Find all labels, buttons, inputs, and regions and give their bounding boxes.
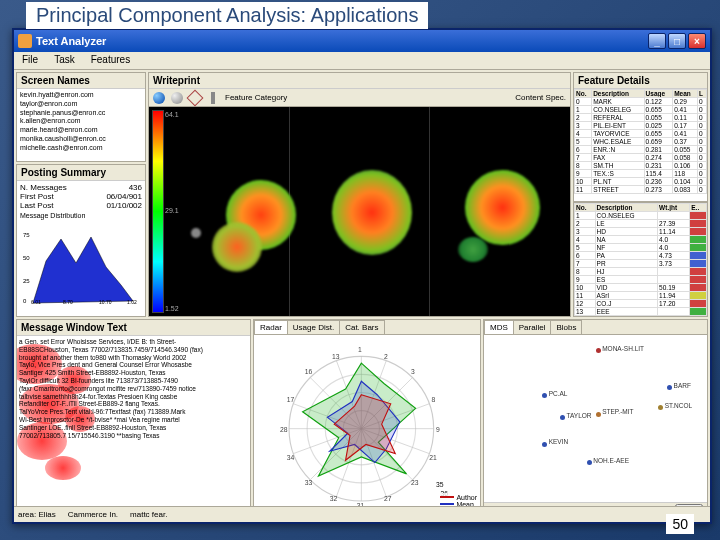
colorbar-max: 64.1 [165,111,179,118]
table-row[interactable]: 10VID50.19 [575,284,707,292]
table-row[interactable]: 6PA4.73 [575,252,707,260]
table-row[interactable]: 13EEE [575,308,707,316]
feature-category-label: Feature Category [225,93,287,102]
table-row[interactable]: 2REFERAL0.0550.110 [575,114,707,122]
list-item[interactable]: kevin.hyatt@enron.com [20,91,142,100]
svg-text:28: 28 [280,426,288,433]
svg-text:13: 13 [332,353,340,360]
menu-task[interactable]: Task [46,52,83,69]
window-titlebar: Text Analyzer _ □ × [14,30,710,52]
table-row[interactable]: 8SM.TH0.2310.1060 [575,162,707,170]
table-row[interactable]: 5NF4.0 [575,244,707,252]
mds-point[interactable] [542,393,547,398]
mds-point[interactable] [587,460,592,465]
content-area: Screen Names kevin.hyatt@enron.com taylo… [14,70,710,506]
diamond-button[interactable] [187,89,204,106]
table-row[interactable]: 4NA4.0 [575,236,707,244]
col-header[interactable]: Description [592,90,644,98]
table-row[interactable]: 11STREET0.2730.0830 [575,186,707,194]
table-row[interactable]: 9TEX.:S115.41180 [575,170,707,178]
col-header[interactable]: No. [575,204,596,212]
feature-table-2[interactable]: No.DescriptionWt.jhtE.. 1CO.NSELEG 2LE27… [574,203,707,316]
tab-mds[interactable]: MDS [484,320,514,334]
col-header[interactable]: Description [595,204,658,212]
col-header[interactable]: Wt.jht [658,204,690,212]
list-item[interactable]: monika.causholli@enron.cc [20,135,142,144]
table-row[interactable]: 5WHC.ESALE0.6590.370 [575,138,707,146]
table-row[interactable]: 3HD11.14 [575,228,707,236]
tab-blobs[interactable]: Blobs [550,320,582,334]
table-row[interactable]: 1CO.NSELEG [575,212,707,220]
list-item[interactable]: stephanie.panus@enron.cc [20,109,142,118]
list-item[interactable]: k.allen@enron.com [20,117,142,126]
table-row[interactable]: 7PR3.73 [575,260,707,268]
col-header[interactable]: E.. [690,204,707,212]
mds-point[interactable] [596,348,601,353]
table-row[interactable]: 9ES [575,276,707,284]
slide-number: 50 [666,514,694,534]
blue-sphere-button[interactable] [153,92,165,104]
status-bar: area: Elias Cammerce In. mattc fear. [14,506,710,522]
minimize-button[interactable]: _ [648,33,666,49]
close-button[interactable]: × [688,33,706,49]
table-row[interactable]: 2LE27.39 [575,220,707,228]
mds-tabs: MDS Parallel Blobs [484,320,707,335]
mds-label: STEP.-MIT [602,408,633,415]
col-header[interactable]: Usage [644,90,673,98]
highlight-blob [45,456,81,480]
maximize-button[interactable]: □ [668,33,686,49]
status-item: area: Elias [18,510,56,519]
col-header[interactable]: L [698,90,707,98]
cluster-blob [212,222,262,272]
table-row[interactable]: 4TAYORVICE0.6550.410 [575,130,707,138]
mds-point[interactable] [658,405,663,410]
writeprint-viz[interactable]: 64.1 29.1 1.52 [149,107,570,316]
table-row[interactable]: 3PIL.EI-ENT0.0250.170 [575,122,707,130]
list-item[interactable]: taylor@enron.com [20,100,142,109]
table-row[interactable]: 1CO.NSELEG0.6550.410 [575,106,707,114]
col-header[interactable]: Mean [673,90,698,98]
table-row[interactable]: 12CO.J17.20 [575,300,707,308]
svg-text:27: 27 [384,495,392,502]
mds-plot[interactable]: MONA-SH.LITPC.ALTAYLORSTEP.-MITST.NCOLKE… [484,335,707,502]
table-row[interactable]: 10PL.NT0.2360.1040 [575,178,707,186]
table-row[interactable]: 11ASrl11.94 [575,292,707,300]
menu-features[interactable]: Features [83,52,138,69]
posting-summary-title: Posting Summary [17,165,145,181]
bottom-tabs: Radar Usage Dist. Cat. Bars [254,320,480,335]
tab-cat-bars[interactable]: Cat. Bars [339,320,384,334]
svg-text:8: 8 [431,396,435,403]
highlight-blob [57,366,91,394]
gray-sphere-button[interactable] [171,92,183,104]
msg-text-body[interactable]: a Gen. set Error Whoisisse Services, I/D… [17,336,250,506]
menu-file[interactable]: File [14,52,46,69]
mds-point[interactable] [542,442,547,447]
list-item[interactable]: marie.heard@enron.com [20,126,142,135]
list-item[interactable]: michelle.cash@enron.com [20,144,142,153]
table-row[interactable]: 7FAX0.2740.0580 [575,154,707,162]
separator [211,92,215,104]
col-header[interactable]: No. [575,90,592,98]
mds-label: TAYLOR [567,412,592,419]
mds-point[interactable] [667,385,672,390]
point [191,228,201,238]
stat-value: 06/04/901 [106,192,142,201]
mds-label: NOH.E-AEE [593,457,629,464]
table-row[interactable]: 8HJ [575,268,707,276]
table-row[interactable]: 6ENR.:N0.2810.0550 [575,146,707,154]
cluster-blob [458,237,488,262]
svg-text:21: 21 [429,454,437,461]
tab-usage-dist[interactable]: Usage Dist. [287,320,340,334]
tab-parallel[interactable]: Parallel [513,320,552,334]
svg-text:1.02: 1.02 [127,299,137,305]
mds-point[interactable] [560,415,565,420]
posting-stats: N. Messages436 First Post06/04/901 Last … [17,181,145,221]
radar-chart: 123 8921 232731 323334 281716 13 35 36 [254,335,480,506]
svg-text:25: 25 [23,278,30,284]
tab-radar[interactable]: Radar [254,320,288,334]
screen-names-list[interactable]: kevin.hyatt@enron.com taylor@enron.com s… [17,89,145,161]
feature-table-1[interactable]: No.DescriptionUsageMeanL 0MARK0.1220.290… [574,89,707,194]
mds-point[interactable] [596,412,601,417]
table-row[interactable]: 0MARK0.1220.290 [575,98,707,106]
colorbar [153,111,163,312]
